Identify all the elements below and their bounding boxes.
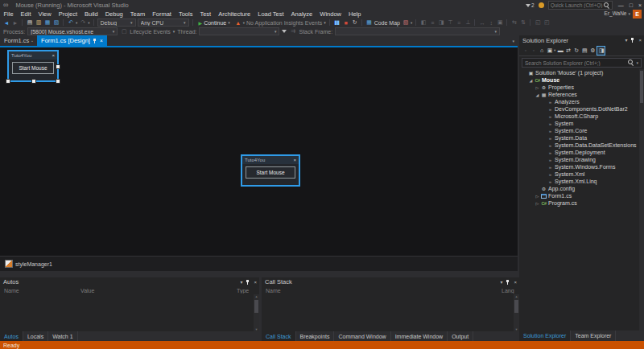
tree-item-system-drawing[interactable]: »System.Drawing (519, 156, 638, 163)
scope-to-this-icon[interactable]: ▣ (546, 47, 553, 55)
close-icon[interactable]: × (638, 37, 642, 43)
lifecycle-events-icon[interactable]: ▢ (120, 27, 127, 35)
tree-item-system-core[interactable]: »System.Core (519, 127, 638, 134)
form-close-icon[interactable]: × (52, 53, 55, 58)
tab-form1-cs-design[interactable]: Form1.cs [Design] × (37, 35, 107, 46)
running-app-window[interactable]: Tuto4You × Start Mouse (241, 154, 300, 187)
menu-window[interactable]: Window (316, 10, 345, 18)
filter-threads-icon[interactable] (282, 30, 287, 33)
call-stack-column-headers[interactable]: NameLang (262, 286, 519, 294)
tree-item-system[interactable]: »System (519, 120, 638, 127)
restore-button[interactable]: □ (630, 2, 633, 8)
tool-tab-command-window[interactable]: Command Window (334, 331, 390, 341)
quick-launch-box[interactable]: Quick Launch (Ctrl+Q) (548, 1, 613, 10)
align-bottoms-icon[interactable]: ⊥ (464, 18, 471, 27)
tool-tab-watch-1[interactable]: Watch 1 (48, 331, 77, 341)
align-lefts-icon[interactable]: ◧ (419, 18, 427, 27)
work-item-icon[interactable]: ▧ (402, 18, 409, 27)
tree-item-system-windows-forms[interactable]: »System.Windows.Forms (519, 163, 638, 170)
navigate-forward-icon[interactable]: ► (11, 18, 19, 27)
window-position-icon[interactable]: ▾ (240, 279, 242, 285)
home-icon[interactable]: ⌂ (538, 47, 545, 55)
window-position-icon[interactable]: ▾ (625, 37, 627, 43)
tree-item-system-xml-linq[interactable]: »System.Xml.Linq (519, 178, 638, 185)
refresh-icon[interactable]: ↻ (572, 47, 580, 55)
collapse-all-icon[interactable]: ▬ (556, 47, 564, 55)
tree-item-analyzers[interactable]: »Analyzers (519, 98, 638, 105)
lifecycle-dropdown-icon[interactable]: ▾ (173, 29, 175, 34)
tool-tab-solution-explorer[interactable]: Solution Explorer (519, 331, 571, 341)
code-map-button[interactable]: Code Map (374, 20, 400, 26)
notification-dot-icon[interactable] (539, 2, 544, 8)
align-rights-icon[interactable]: ◨ (437, 18, 444, 27)
solution-platform-dropdown[interactable]: Any CPU▾ (138, 18, 189, 27)
signed-in-user[interactable]: Er_WaNe ▾ (605, 10, 630, 16)
call-stack-body[interactable] (262, 294, 514, 331)
close-icon[interactable]: × (514, 279, 517, 285)
redo-dropdown-icon[interactable]: ▾ (88, 21, 89, 25)
code-map-icon[interactable]: ▦ (365, 18, 373, 27)
menu-format[interactable]: Format (149, 10, 175, 18)
close-button[interactable]: × (638, 2, 642, 8)
flag-threads-icon[interactable]: ⇉ (289, 27, 296, 35)
autos-panel-title-bar[interactable]: Autos ▾ × (0, 277, 259, 286)
expand-arrow-icon[interactable]: ▷ (535, 194, 540, 199)
resize-handle[interactable] (56, 64, 60, 69)
resize-handle[interactable] (56, 79, 60, 84)
start-mouse-button[interactable]: Start Mouse (12, 62, 54, 74)
align-middles-icon[interactable]: = (455, 18, 462, 27)
process-dropdown[interactable]: [5800] Mouse.vshost.exe▾ (27, 27, 118, 35)
expand-arrow-icon[interactable]: ▷ (535, 201, 540, 206)
continue-button[interactable]: ▶ Continue ▾ (196, 20, 233, 26)
stack-frame-dropdown[interactable]: ▾ (335, 27, 500, 35)
send-to-back-icon[interactable]: ◰ (543, 18, 550, 27)
navigate-forward-icon[interactable]: ◦ (530, 47, 537, 55)
equal-vertical-spacing-icon[interactable]: ⇅ (519, 18, 526, 27)
menu-edit[interactable]: Edit (17, 10, 35, 18)
tree-item-system-xml[interactable]: »System.Xml (519, 170, 638, 178)
make-same-size-icon[interactable]: ▣ (496, 18, 503, 27)
show-all-files-icon[interactable]: ▤ (580, 47, 588, 55)
search-options-icon[interactable]: ▾ (636, 60, 638, 65)
application-insights-icon[interactable]: ▲ (234, 18, 242, 27)
scope-to-this-dropdown-icon[interactable]: ▾ (554, 48, 555, 52)
application-insights-dropdown-icon[interactable]: ▾ (243, 21, 245, 25)
solution-explorer-title-bar[interactable]: Solution Explorer ▾ × (519, 35, 644, 45)
tool-tab-autos[interactable]: Autos (0, 331, 23, 341)
preview-selected-items-icon[interactable]: ◨ (597, 46, 605, 55)
tool-tab-call-stack[interactable]: Call Stack (262, 331, 296, 341)
open-file-icon[interactable]: ▥ (35, 18, 42, 27)
navigate-backward-icon[interactable]: ◄ (2, 18, 10, 27)
tree-item-system-deployment[interactable]: »System.Deployment (519, 149, 638, 156)
window-position-icon[interactable]: ▾ (500, 279, 502, 285)
solution-explorer-scrollbar[interactable] (639, 69, 644, 331)
expand-arrow-icon[interactable]: ▷ (535, 85, 540, 90)
align-tops-icon[interactable]: ⊤ (446, 18, 453, 27)
restart-icon[interactable]: ↻ (351, 18, 358, 27)
save-all-icon[interactable]: ▧ (52, 18, 60, 27)
tool-tab-locals[interactable]: Locals (23, 331, 48, 341)
menu-team[interactable]: Team (126, 10, 148, 18)
close-icon[interactable]: × (254, 279, 257, 285)
pause-icon[interactable]: ▮▮ (333, 18, 341, 27)
menu-architecture[interactable]: Architecture (215, 10, 254, 18)
tree-item-properties[interactable]: ▷⚙Properties (519, 84, 638, 91)
tab-overflow-icon[interactable]: ▾ (512, 39, 514, 43)
tree-item-system-data[interactable]: »System.Data (519, 134, 638, 142)
designed-form[interactable]: Tuto4You × Start Mouse (7, 50, 59, 82)
new-file-icon[interactable]: ▤ (26, 18, 33, 27)
menu-load-test[interactable]: Load Test (254, 10, 287, 18)
autos-column-headers[interactable]: NameValueType (0, 286, 259, 294)
tree-item-form1-cs[interactable]: ▷Form1.cs (519, 192, 638, 199)
tree-item-program-cs[interactable]: ▷C#Program.cs (519, 199, 638, 207)
equal-horizontal-spacing-icon[interactable]: ⇆ (510, 18, 518, 27)
minimize-button[interactable]: — (618, 2, 624, 8)
undo-icon[interactable]: ↶ (67, 18, 74, 27)
start-mouse-button[interactable]: Start Mouse (246, 166, 295, 179)
tool-tab-team-explorer[interactable]: Team Explorer (571, 331, 616, 341)
menu-file[interactable]: File (0, 10, 17, 18)
collapse-arrow-icon[interactable]: ◢ (535, 92, 540, 97)
insights-dropdown-icon[interactable]: ▾ (324, 20, 326, 25)
autos-scrollbar[interactable]: ▲▼ (254, 294, 259, 331)
column-header-lang[interactable]: Lang (502, 288, 519, 294)
